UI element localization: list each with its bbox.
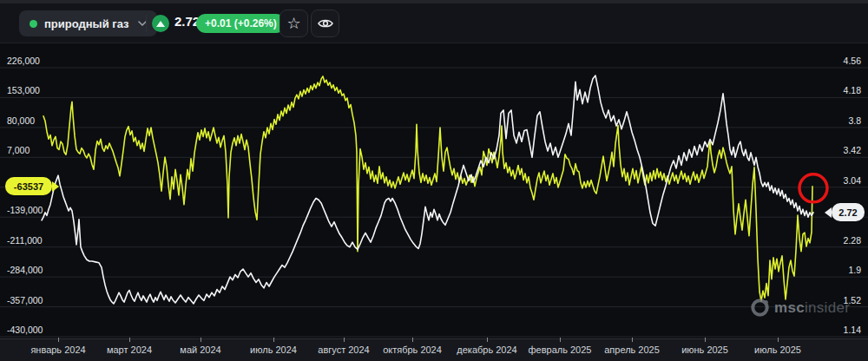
header-bar: природный газ 2.72 +0.01 (+0.26%) ☆ (0, 0, 868, 43)
y-axis-label-left: -284,000 (7, 265, 43, 275)
y-axis-label-left: 80,000 (7, 115, 35, 126)
instrument-status-dot (30, 20, 37, 28)
watermark-bold: msc (774, 299, 805, 316)
y-axis-label-right: 4.56 (844, 56, 861, 66)
time-axis-tick (129, 338, 130, 342)
up-triangle (156, 21, 165, 27)
price-line (42, 75, 813, 304)
instrument-name: природный газ (44, 17, 129, 30)
price-value-badge: 2.72 (832, 203, 865, 221)
time-axis-label: август 2024 (318, 345, 369, 355)
time-axis-tick (344, 338, 345, 342)
positions-value-badge: -63537 (5, 177, 52, 195)
time-axis-tick (201, 338, 201, 342)
time-axis-label: декабрь 2024 (457, 345, 516, 355)
net-positions-line (43, 76, 812, 301)
star-icon: ☆ (286, 16, 300, 31)
time-axis-tick (560, 338, 561, 342)
y-axis-label-left: -211,000 (7, 235, 43, 246)
time-axis-tick (778, 338, 779, 342)
time-axis-label: май 2024 (180, 345, 220, 355)
time-axis-label: январь 2024 (30, 345, 85, 355)
y-axis-label-left: 153,000 (7, 85, 40, 95)
red-circle-annotation (799, 174, 827, 202)
time-axis-tick (58, 338, 59, 342)
y-axis-label-left: -430,000 (7, 325, 43, 335)
y-axis-label-right: 3.42 (844, 145, 861, 155)
watermark-text: mscinsider (774, 299, 850, 317)
time-axis-tick (412, 338, 413, 342)
y-axis-label-right: 4.18 (844, 85, 861, 95)
watermark: mscinsider (750, 298, 850, 318)
time-axis-label: март 2024 (107, 345, 152, 355)
gridlines (0, 68, 868, 337)
time-axis-label: октябрь 2024 (383, 345, 442, 355)
time-axis-tick (487, 338, 488, 342)
trend-up-icon (152, 15, 169, 32)
time-axis-label: июнь 2025 (681, 345, 728, 355)
time-axis-label: июль 2025 (754, 345, 801, 355)
y-axis-label-left: 226,000 (7, 56, 40, 66)
eye-icon (318, 17, 333, 30)
y-axis-label-right: 3.04 (844, 175, 861, 186)
price-chart (0, 0, 868, 361)
y-axis-label-right: 2.28 (844, 235, 861, 246)
header-divider (146, 15, 147, 32)
top-strip (0, 0, 868, 3)
time-axis-label: февраль 2025 (529, 345, 592, 355)
chart-window: 226,000153,00080,0007,000-139,000-211,00… (0, 0, 868, 361)
favorite-button[interactable]: ☆ (279, 10, 308, 37)
time-axis-tick (705, 338, 706, 342)
instrument-selector[interactable]: природный газ (19, 10, 157, 36)
mscinsider-logo-icon (750, 298, 770, 318)
y-axis-label-left: 7,000 (7, 145, 30, 155)
time-axis-label: июль 2024 (250, 345, 297, 355)
y-axis-label-right: 1.9 (848, 265, 861, 275)
time-axis-tick (273, 338, 274, 342)
y-axis-label-right: 1.14 (844, 325, 861, 335)
price-change-badge: +0.01 (+0.26%) (196, 14, 286, 33)
watermark-light: insider (805, 299, 850, 316)
time-axis-tick (632, 338, 633, 342)
y-axis-label-right: 3.8 (848, 115, 861, 126)
y-axis-label-left: -357,000 (7, 295, 43, 305)
y-axis-label-left: -139,000 (7, 205, 43, 215)
watch-button[interactable] (311, 10, 339, 37)
time-axis-label: апрель 2025 (604, 345, 660, 355)
